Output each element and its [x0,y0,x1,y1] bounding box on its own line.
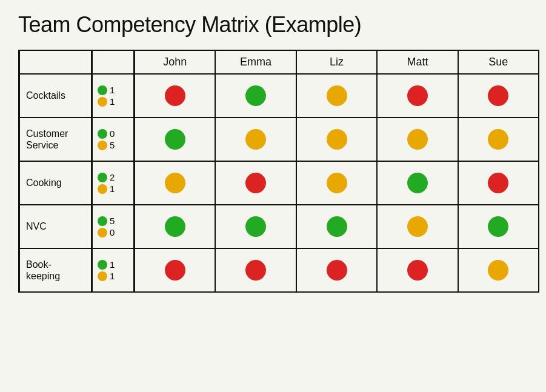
yellow-count: 0 [110,227,115,238]
table-row: Customer Service05 [20,118,539,162]
red-indicator-icon [488,85,508,106]
cell-person-0-0 [135,75,216,117]
green-dot-icon [98,173,107,182]
table-row: Cooking21 [20,162,539,205]
cell-person-3-1 [216,205,296,248]
green-count: 1 [110,85,115,95]
table-row: Book-keeping11 [20,249,539,293]
yellow-count-item: 1 [98,96,115,107]
red-indicator-icon [327,260,347,281]
green-count: 5 [110,216,115,226]
yellow-dot-icon [98,228,107,238]
cell-counts-4: 11 [93,249,135,291]
yellow-indicator-icon [327,173,347,193]
cell-person-1-2 [297,118,378,161]
matrix-container: John Emma Liz Matt Sue Cocktails11Custom… [18,50,539,293]
cell-person-0-1 [216,75,296,117]
matrix-header: John Emma Liz Matt Sue [20,51,539,75]
header-sue: Sue [459,51,539,73]
table-row: Cocktails11 [20,75,539,118]
matrix-body: Cocktails11Customer Service05Cooking21NV… [20,75,539,293]
cell-person-3-0 [135,205,216,248]
green-indicator-icon [245,216,266,237]
header-counts-empty [93,51,135,73]
cell-person-3-4 [459,205,539,248]
header-liz: Liz [297,51,378,73]
yellow-indicator-icon [327,129,347,150]
cell-skill-1: Customer Service [20,118,93,161]
yellow-indicator-icon [407,129,428,150]
yellow-dot-icon [98,97,107,107]
cell-person-0-3 [378,75,458,117]
green-count-item: 1 [98,259,115,270]
header-john: John [135,51,216,73]
cell-counts-3: 50 [93,205,135,248]
green-count-item: 0 [98,128,115,139]
cell-person-1-1 [216,118,296,161]
green-count: 2 [110,172,115,182]
cell-skill-3: NVC [20,205,93,248]
green-indicator-icon [488,216,508,237]
green-count: 0 [110,128,115,139]
yellow-indicator-icon [488,260,508,281]
cell-counts-2: 21 [93,162,135,204]
cell-person-4-4 [459,249,539,291]
cell-person-4-3 [378,249,458,291]
cell-skill-0: Cocktails [20,75,93,117]
green-indicator-icon [165,129,185,150]
cell-person-3-3 [378,205,458,248]
red-indicator-icon [165,260,185,281]
green-count: 1 [110,259,115,270]
green-dot-icon [98,85,107,95]
yellow-count: 1 [110,271,115,281]
yellow-dot-icon [98,271,107,281]
green-indicator-icon [407,173,428,193]
cell-person-2-4 [459,162,539,204]
green-count-item: 5 [98,216,115,226]
yellow-count: 1 [110,184,115,194]
yellow-indicator-icon [488,129,508,150]
yellow-indicator-icon [327,85,347,106]
red-indicator-icon [407,260,428,281]
red-indicator-icon [488,173,508,193]
cell-skill-4: Book-keeping [20,249,93,291]
yellow-indicator-icon [407,216,428,237]
header-emma: Emma [216,51,296,73]
cell-skill-2: Cooking [20,162,93,204]
cell-person-4-1 [216,249,296,291]
cell-person-1-0 [135,118,216,161]
red-indicator-icon [165,85,185,106]
green-dot-icon [98,216,107,226]
green-indicator-icon [245,85,266,106]
red-indicator-icon [245,173,266,193]
green-count-item: 2 [98,172,115,182]
red-indicator-icon [407,85,428,106]
yellow-dot-icon [98,141,107,150]
yellow-count-item: 0 [98,227,115,238]
yellow-indicator-icon [165,173,185,193]
yellow-count-item: 1 [98,271,115,281]
cell-counts-1: 05 [93,118,135,161]
header-matt: Matt [378,51,458,73]
cell-counts-0: 11 [93,75,135,117]
yellow-count-item: 1 [98,184,115,194]
cell-person-2-1 [216,162,296,204]
cell-person-2-3 [378,162,458,204]
cell-person-4-0 [135,249,216,291]
cell-person-2-2 [297,162,378,204]
green-dot-icon [98,260,107,270]
header-skill-empty [20,51,93,73]
yellow-dot-icon [98,184,107,194]
page-title: Team Competency Matrix (Example) [18,12,361,38]
cell-person-2-0 [135,162,216,204]
green-dot-icon [98,129,107,139]
green-indicator-icon [165,216,185,237]
cell-person-1-4 [459,118,539,161]
table-row: NVC50 [20,205,539,249]
green-indicator-icon [327,216,347,237]
yellow-count-item: 5 [98,140,115,150]
cell-person-0-2 [297,75,378,117]
cell-person-0-4 [459,75,539,117]
yellow-count: 5 [110,140,115,150]
red-indicator-icon [245,260,266,281]
